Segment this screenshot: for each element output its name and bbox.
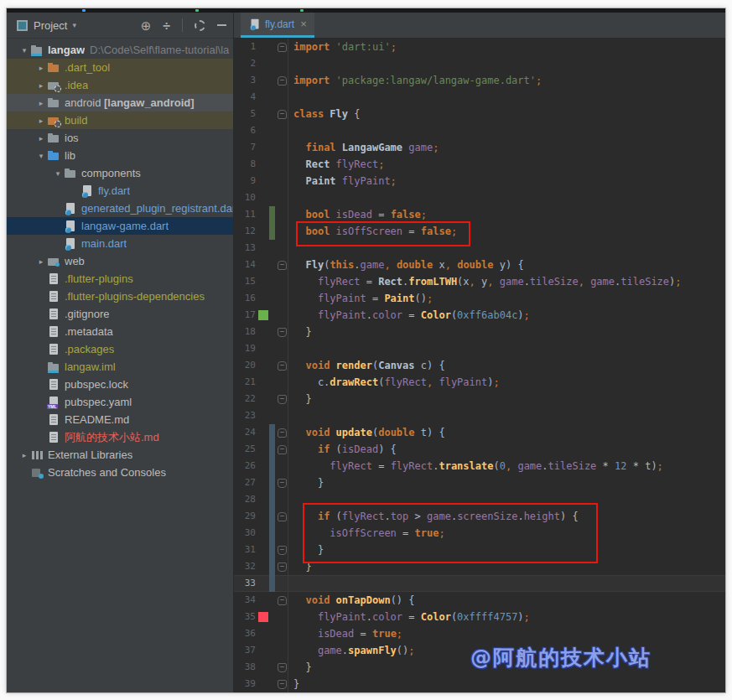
code-line[interactable]: 7 final LangawGame game;	[234, 139, 725, 156]
fold-end-icon[interactable]: –	[278, 663, 287, 672]
tree-row[interactable]: ▸.idea	[7, 76, 233, 94]
chevron-right-icon[interactable]: ▸	[35, 134, 47, 143]
code-line[interactable]: 9 Paint flyPaint;	[234, 173, 725, 189]
fold-start-icon[interactable]: –	[278, 261, 287, 270]
code-token: flyRect	[391, 460, 433, 472]
fold-start-icon[interactable]: –	[278, 596, 287, 605]
tree-row[interactable]: .flutter-plugins	[7, 270, 233, 288]
chevron-down-icon[interactable]: ▾	[18, 46, 30, 54]
fold-start-icon[interactable]: –	[278, 43, 287, 52]
tree-row[interactable]: ▸.dart_tool	[7, 59, 233, 76]
project-tree[interactable]: ▾langaw D:\Code\Self\flame-tutorial\la▸.…	[7, 39, 233, 692]
tree-row[interactable]: ▸android [langaw_android]	[7, 94, 233, 111]
code-line[interactable]: 34– void onTapDown() {	[234, 592, 725, 609]
collapse-all-icon[interactable]: ÷	[163, 19, 170, 32]
chevron-right-icon[interactable]: ▸	[18, 451, 30, 459]
tree-row[interactable]: ▸web	[7, 252, 233, 270]
tree-row[interactable]: fly.dart	[7, 182, 233, 200]
tree-row[interactable]: ▾components	[7, 164, 233, 182]
fold-start-icon[interactable]: –	[278, 76, 287, 86]
tree-row[interactable]: 阿航的技术小站.md	[7, 428, 233, 446]
chevron-right-icon[interactable]: ▸	[35, 117, 47, 125]
fold-start-icon[interactable]: –	[278, 512, 287, 521]
tree-row[interactable]: Scratches and Consoles	[7, 464, 233, 481]
project-pane-title[interactable]: Project	[34, 19, 67, 32]
code-line[interactable]: 10	[234, 189, 725, 206]
fold-start-icon[interactable]: –	[278, 445, 287, 454]
code-line[interactable]: 39–}	[234, 676, 725, 692]
code-line[interactable]: 33	[234, 575, 725, 592]
code-line[interactable]: 8 Rect flyRect;	[234, 156, 725, 173]
chevron-down-icon[interactable]: ▾	[35, 152, 47, 160]
locate-icon[interactable]: ⊕	[141, 19, 152, 32]
tree-row[interactable]: ▸build	[7, 111, 233, 129]
tree-row[interactable]: pubspec.yaml	[7, 393, 233, 411]
tab-fly-dart[interactable]: fly.dart ×	[241, 13, 314, 38]
tree-row[interactable]: ▾lib	[7, 147, 233, 164]
code-line[interactable]: 3–import 'package:langaw/langaw-game.dar…	[234, 72, 725, 89]
close-icon[interactable]: ×	[300, 18, 307, 30]
tree-row[interactable]: ▸External Libraries	[7, 446, 233, 464]
fold-end-icon[interactable]: –	[278, 328, 287, 337]
code-line[interactable]: 17 flyPaint.color = Color(0xff6ab04c);	[234, 307, 725, 324]
code-line[interactable]: 18– }	[234, 324, 725, 340]
code-line[interactable]: 5–class Fly {	[234, 106, 725, 122]
code-line[interactable]: 2	[234, 55, 725, 72]
chevron-right-icon[interactable]: ▸	[35, 64, 47, 72]
line-number: 11	[234, 206, 256, 223]
tree-row[interactable]: langaw-game.dart	[7, 217, 233, 235]
code-line[interactable]: 6	[234, 122, 725, 139]
fold-end-icon[interactable]: –	[278, 479, 287, 488]
code-editor[interactable]: 1–import 'dart:ui';23–import 'package:la…	[234, 39, 725, 692]
code-line[interactable]: 23	[234, 407, 725, 424]
code-line[interactable]: 25– if (isDead) {	[234, 441, 725, 458]
code-line[interactable]: 35 flyPaint.color = Color(0xffff4757);	[234, 609, 725, 625]
highlight-lines-29-31	[303, 503, 598, 563]
chevron-right-icon[interactable]: ▸	[35, 257, 47, 266]
hide-panel-icon[interactable]	[217, 24, 226, 26]
code-text: if (isDead) {	[288, 441, 397, 458]
fold-start-icon[interactable]: –	[278, 110, 287, 119]
fold-start-icon[interactable]: –	[278, 361, 287, 371]
editor-gutter: 36	[234, 625, 288, 642]
tree-row[interactable]: langaw.iml	[7, 358, 233, 376]
tree-row[interactable]: .gitignore	[7, 305, 233, 323]
tree-row[interactable]: README.md	[7, 411, 233, 428]
code-line[interactable]: 19	[234, 340, 725, 357]
settings-gear-icon[interactable]	[195, 20, 205, 31]
code-line[interactable]: 16 flyPaint = Paint();	[234, 290, 725, 307]
code-line[interactable]: 4	[234, 89, 725, 106]
line-number: 27	[234, 474, 256, 491]
tree-row[interactable]: ▸ios	[7, 129, 233, 147]
code-line[interactable]: 1–import 'dart:ui';	[234, 39, 725, 55]
tree-row[interactable]: main.dart	[7, 235, 233, 252]
code-line[interactable]: 27– }	[234, 474, 725, 491]
code-line[interactable]: 22– }	[234, 391, 725, 407]
tree-row[interactable]: .packages	[7, 340, 233, 358]
code-line[interactable]: 36 isDead = true;	[234, 625, 725, 642]
chevron-right-icon[interactable]: ▸	[35, 99, 47, 107]
code-line[interactable]: 20– void render(Canvas c) {	[234, 357, 725, 374]
fold-end-icon[interactable]: –	[278, 546, 287, 555]
code-line[interactable]: 26 flyRect = flyRect.translate(0, game.t…	[234, 458, 725, 474]
code-line[interactable]: 11 bool isDead = false;	[234, 206, 725, 223]
tree-row[interactable]: pubspec.lock	[7, 376, 233, 393]
fold-end-icon[interactable]: –	[278, 680, 287, 689]
chevron-right-icon[interactable]: ▸	[35, 81, 47, 90]
fold-end-icon[interactable]: –	[278, 395, 287, 404]
code-line[interactable]: 24– void update(double t) {	[234, 424, 725, 441]
fold-end-icon[interactable]: –	[278, 563, 287, 572]
chevron-down-icon[interactable]: ▾	[52, 169, 64, 178]
tree-row[interactable]: generated_plugin_registrant.dart	[7, 200, 233, 217]
code-line[interactable]: 14– Fly(this.game, double x, double y) {	[234, 257, 725, 273]
line-number: 7	[234, 139, 256, 156]
color-swatch[interactable]	[258, 612, 268, 622]
chevron-down-icon[interactable]: ▾	[72, 21, 76, 29]
tree-row[interactable]: .metadata	[7, 323, 233, 340]
fold-start-icon[interactable]: –	[278, 428, 287, 438]
code-line[interactable]: 15 flyRect = Rect.fromLTWH(x, y, game.ti…	[234, 273, 725, 290]
tree-row[interactable]: ▾langaw D:\Code\Self\flame-tutorial\la	[7, 41, 233, 59]
tree-row[interactable]: .flutter-plugins-dependencies	[7, 288, 233, 305]
color-swatch[interactable]	[258, 310, 268, 320]
code-line[interactable]: 21 c.drawRect(flyRect, flyPaint);	[234, 374, 725, 391]
